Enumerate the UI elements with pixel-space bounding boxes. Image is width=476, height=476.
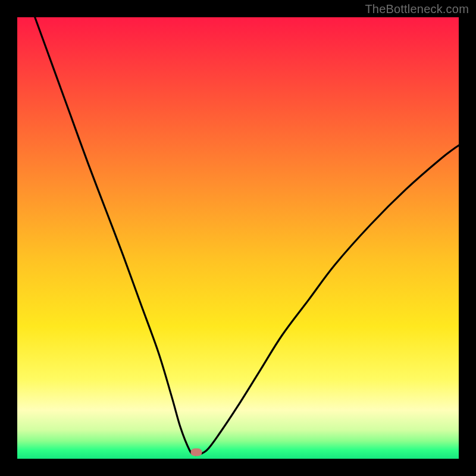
optimal-marker <box>190 448 202 456</box>
chart-frame: TheBottleneck.com <box>0 0 476 476</box>
bottleneck-curve <box>17 17 459 459</box>
watermark-text: TheBottleneck.com <box>365 2 469 16</box>
plot-area <box>17 17 459 459</box>
